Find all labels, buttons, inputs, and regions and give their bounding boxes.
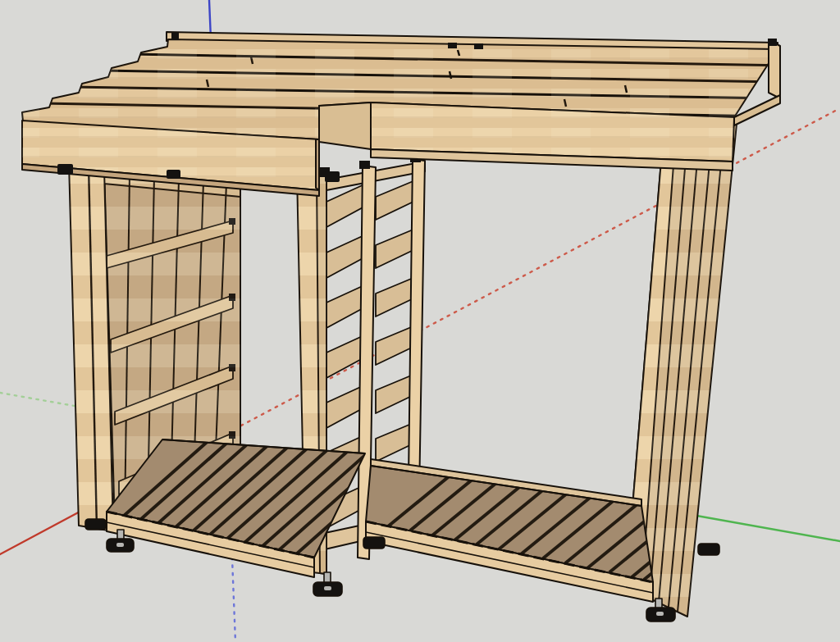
roof-right-end-board <box>769 40 780 98</box>
scene-canvas <box>0 0 840 642</box>
foot-pad <box>85 519 106 530</box>
model-viewport[interactable] <box>0 0 840 642</box>
foot-pad <box>698 544 719 555</box>
fascia-left-end-edge <box>316 139 319 190</box>
foot-pad <box>363 537 385 549</box>
roof-step-side-face <box>319 102 371 149</box>
